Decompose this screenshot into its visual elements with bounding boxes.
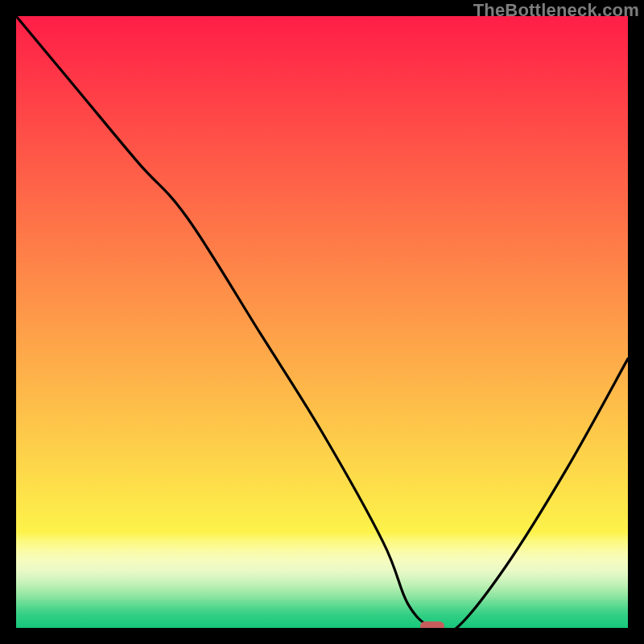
plot-area <box>16 16 628 628</box>
curve-layer <box>16 16 628 628</box>
chart-canvas: TheBottleneck.com <box>0 0 644 644</box>
bottleneck-curve <box>16 16 628 628</box>
optimal-marker <box>420 621 444 628</box>
